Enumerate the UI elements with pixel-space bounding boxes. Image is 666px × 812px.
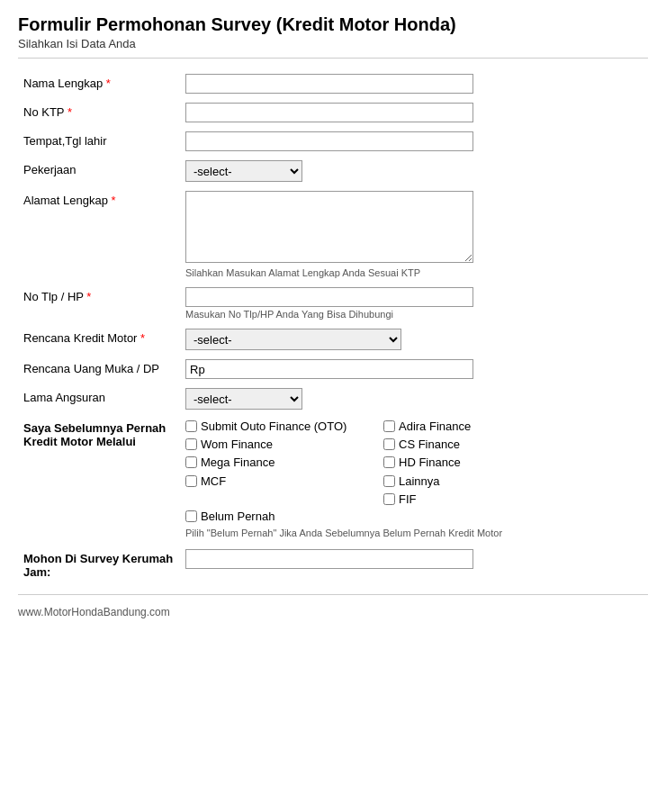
select-rencana-kredit[interactable]: -select- xyxy=(185,329,401,350)
label-uang-muka: Rencana Uang Muka / DP xyxy=(18,355,180,383)
checkbox-belum[interactable] xyxy=(185,510,197,522)
checkbox-item-belum: Belum Pernah xyxy=(185,510,643,523)
checkbox-item-mcf: MCF xyxy=(185,474,374,490)
input-nama-lengkap[interactable] xyxy=(185,74,473,94)
textarea-alamat[interactable] xyxy=(185,191,473,263)
label-no-ktp: No KTP * xyxy=(18,98,180,127)
checkbox-adira[interactable] xyxy=(383,420,395,432)
hint-alamat: Silahkan Masukan Alamat Lengkap Anda Ses… xyxy=(185,267,643,278)
input-no-tlp[interactable] xyxy=(185,287,473,307)
label-kredit-melalui: Saya Sebelumnya Pernah Kredit Motor Mela… xyxy=(18,414,180,545)
label-cs: CS Finance xyxy=(399,437,460,453)
checkbox-mcf[interactable] xyxy=(185,475,197,487)
row-lama-angsuran: Lama Angsuran -select- xyxy=(18,383,648,414)
checkbox-fif[interactable] xyxy=(383,493,395,505)
required-star-alamat: * xyxy=(112,194,116,207)
required-star-kredit: * xyxy=(140,331,145,345)
checkbox-group-kredit: Submit Outo Finance (OTO) Adira Finance … xyxy=(185,419,572,508)
page-title: Formulir Permohonan Survey (Kredit Motor… xyxy=(18,14,648,35)
label-fif: FIF xyxy=(399,492,417,508)
top-divider xyxy=(18,58,648,59)
select-lama-angsuran[interactable]: -select- xyxy=(185,388,302,410)
checkbox-item-adira: Adira Finance xyxy=(383,419,572,435)
label-hd: HD Finance xyxy=(399,455,461,471)
checkbox-item-oto: Submit Outo Finance (OTO) xyxy=(185,419,374,435)
bottom-divider xyxy=(18,594,648,595)
label-tempat-tgl: Tempat,Tgl lahir xyxy=(18,127,180,156)
row-uang-muka: Rencana Uang Muka / DP xyxy=(18,355,648,383)
hint-kredit-melalui: Pilih "Belum Pernah" Jika Anda Sebelumny… xyxy=(185,527,572,540)
checkbox-item-fif: FIF xyxy=(383,492,572,508)
input-no-ktp[interactable] xyxy=(185,103,473,122)
label-nama-lengkap: Nama Lengkap * xyxy=(18,69,180,98)
required-star-tlp: * xyxy=(86,290,91,303)
checkbox-item-wom: Wom Finance xyxy=(185,437,374,453)
row-no-tlp: No Tlp / HP * Masukan No Tlp/HP Anda Yan… xyxy=(18,283,648,324)
checkbox-wom[interactable] xyxy=(185,438,197,450)
label-mcf: MCF xyxy=(201,474,226,490)
checkbox-mega[interactable] xyxy=(185,456,197,468)
required-star-ktp: * xyxy=(68,105,72,119)
label-pekerjaan: Pekerjaan xyxy=(18,156,180,186)
label-oto: Submit Outo Finance (OTO) xyxy=(201,419,346,435)
label-rencana-kredit: Rencana Kredit Motor * xyxy=(18,324,180,355)
required-star-nama: * xyxy=(106,77,111,90)
checkbox-oto[interactable] xyxy=(185,420,197,432)
checkbox-hd[interactable] xyxy=(383,456,395,468)
checkbox-cs[interactable] xyxy=(383,438,395,450)
input-survey-jam[interactable] xyxy=(185,549,473,569)
label-survey-jam: Mohon Di Survey Kerumah Jam: xyxy=(18,545,180,583)
checkbox-item-cs: CS Finance xyxy=(383,437,572,453)
row-no-ktp: No KTP * xyxy=(18,98,648,127)
row-alamat: Alamat Lengkap * Silahkan Masukan Alamat… xyxy=(18,186,648,283)
select-pekerjaan[interactable]: -select- xyxy=(185,160,302,182)
hint-tlp: Masukan No Tlp/HP Anda Yang Bisa Dihubun… xyxy=(185,309,643,320)
row-kredit-melalui: Saya Sebelumnya Pernah Kredit Motor Mela… xyxy=(18,414,648,545)
page-subtitle: Silahkan Isi Data Anda xyxy=(18,37,648,50)
row-pekerjaan: Pekerjaan -select- xyxy=(18,156,648,186)
label-no-tlp: No Tlp / HP * xyxy=(18,283,180,324)
label-lainnya: Lainnya xyxy=(399,474,440,490)
form-table: Nama Lengkap * No KTP * Tempat, xyxy=(18,69,648,583)
row-rencana-kredit: Rencana Kredit Motor * -select- xyxy=(18,324,648,355)
label-lama-angsuran: Lama Angsuran xyxy=(18,383,180,414)
label-wom: Wom Finance xyxy=(201,437,273,453)
input-tempat-tgl[interactable] xyxy=(185,131,473,151)
checkbox-item-lainnya: Lainnya xyxy=(383,474,572,490)
row-nama-lengkap: Nama Lengkap * xyxy=(18,69,648,98)
input-uang-muka[interactable] xyxy=(185,359,473,379)
footer-url: www.MotorHondaBandung.com xyxy=(18,602,648,622)
checkbox-item-hd: HD Finance xyxy=(383,455,572,471)
label-mega: Mega Finance xyxy=(201,455,274,471)
checkbox-lainnya[interactable] xyxy=(383,475,395,487)
label-adira: Adira Finance xyxy=(399,419,471,435)
checkbox-item-mega: Mega Finance xyxy=(185,455,374,471)
row-tempat-tgl: Tempat,Tgl lahir xyxy=(18,127,648,156)
label-alamat: Alamat Lengkap * xyxy=(18,186,180,283)
label-belum: Belum Pernah xyxy=(201,510,274,523)
row-survey-jam: Mohon Di Survey Kerumah Jam: xyxy=(18,545,648,583)
